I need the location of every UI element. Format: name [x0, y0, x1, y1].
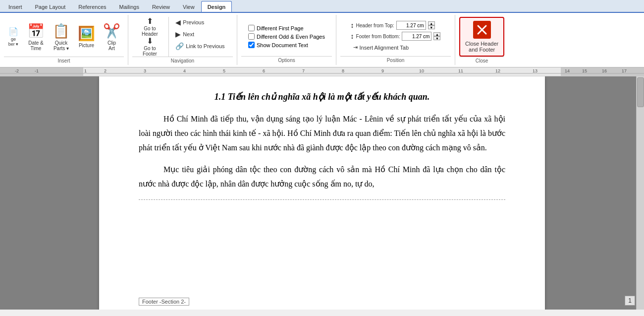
different-first-page-label: Different First Page	[257, 25, 304, 31]
ruler-label-1: 1	[84, 68, 87, 73]
go-to-footer-label: Go toFooter	[143, 46, 157, 57]
ruler-label-13: 13	[533, 68, 537, 73]
tab-review[interactable]: Review	[146, 1, 176, 12]
different-first-page-item[interactable]: Different First Page	[248, 25, 325, 31]
ruler-label-neg2: -2	[15, 68, 19, 73]
footer-from-bottom-row: ↕ Footer from Bottom: ▲ ▼	[351, 32, 441, 41]
close-header-footer-button[interactable]: Close Headerand Footer	[459, 17, 504, 57]
show-document-text-label: Show Document Text	[257, 42, 308, 48]
insert-alignment-icon: ⇥	[353, 44, 358, 51]
tab-bar: Insert Page Layout References Mailings R…	[0, 0, 644, 13]
next-button[interactable]: ▶ Next	[172, 29, 228, 40]
date-time-label: Date & Time	[28, 40, 44, 51]
date-time-button[interactable]: 📅 Date & Time	[24, 17, 48, 57]
picture-icon: 🖼️	[78, 25, 95, 42]
picture-button[interactable]: 🖼️ Picture	[74, 17, 99, 57]
group-insert-label: Insert	[4, 57, 124, 63]
ruler-svg	[0, 67, 644, 76]
different-odd-even-item[interactable]: Different Odd & Even Pages	[248, 33, 325, 40]
footer-bottom-icon: ↕	[351, 32, 354, 40]
group-position-label: Position	[340, 56, 451, 63]
group-navigation-label: Navigation	[132, 57, 233, 63]
ruler: -2 -1 1 2 3 4 5 6 7 8 9 10 11 12 13 14 1…	[0, 67, 644, 76]
header-top-up[interactable]: ▲	[428, 21, 435, 25]
tab-view[interactable]: View	[176, 1, 201, 12]
footer-bottom-spinner: ▲ ▼	[433, 32, 440, 40]
link-to-previous-button[interactable]: 🔗 Link to Previous	[172, 41, 228, 52]
tab-design[interactable]: Design	[201, 1, 232, 12]
previous-label: Previous	[183, 19, 204, 25]
tab-mailings[interactable]: Mailings	[113, 1, 146, 12]
options-items: Different First Page Different Odd & Eve…	[246, 25, 327, 48]
ribbon: 📄 geber ▾ 📅 Date & Time 📋 QuickParts ▾ 🖼…	[0, 13, 644, 67]
nav-items: ◀ Previous ▶ Next 🔗 Link to Previous	[172, 17, 228, 52]
go-to-footer-icon: ⬇	[147, 36, 153, 46]
go-to-footer-button[interactable]: ⬇ Go toFooter	[137, 37, 162, 56]
ruler-label-15: 15	[582, 68, 587, 73]
ruler-label-8: 8	[342, 68, 344, 73]
show-document-text-item[interactable]: Show Document Text	[248, 42, 325, 48]
tab-page-layout[interactable]: Page Layout	[29, 1, 72, 12]
group-options-content: Different First Page Different Odd & Eve…	[246, 17, 327, 56]
previous-button[interactable]: ◀ Previous	[172, 17, 228, 28]
paragraph-1: Hồ Chí Minh đã tiếp thu, vận dụng sáng t…	[139, 112, 505, 155]
go-to-header-icon: ⬆	[147, 16, 153, 26]
position-items: ↕ Header from Top: ▲ ▼ ↕ Footer from Bot…	[349, 21, 443, 52]
different-odd-even-checkbox[interactable]	[248, 33, 255, 40]
picture-label: Picture	[79, 43, 94, 48]
group-close-content: Close Headerand Footer	[459, 17, 504, 57]
tab-insert[interactable]: Insert	[2, 1, 29, 12]
previous-icon: ◀	[175, 18, 181, 26]
next-icon: ▶	[175, 30, 181, 38]
group-insert-content: 📄 geber ▾ 📅 Date & Time 📋 QuickParts ▾ 🖼…	[4, 17, 124, 57]
clip-art-label: ClipArt	[107, 40, 116, 51]
ruler-label-11: 11	[458, 68, 463, 73]
different-odd-even-label: Different Odd & Even Pages	[257, 34, 325, 40]
ruler-label-9: 9	[381, 68, 384, 73]
group-position: ↕ Header from Top: ▲ ▼ ↕ Footer from Bot…	[336, 15, 455, 65]
tab-references[interactable]: References	[72, 1, 112, 12]
clip-art-icon: ✂️	[103, 23, 120, 39]
scrollbar[interactable]	[636, 76, 644, 310]
date-time-icon: 📅	[27, 23, 45, 39]
group-options: Different First Page Different Odd & Eve…	[237, 15, 336, 65]
different-first-page-checkbox[interactable]	[248, 25, 255, 31]
group-insert: 📄 geber ▾ 📅 Date & Time 📋 QuickParts ▾ 🖼…	[0, 15, 128, 65]
footer-bottom-up[interactable]: ▲	[433, 32, 440, 36]
quick-parts-button[interactable]: 📋 QuickParts ▾	[49, 17, 73, 57]
insert-alignment-tab-button[interactable]: ⇥ Insert Alignment Tab	[351, 43, 441, 52]
ruler-label-16: 16	[602, 68, 607, 73]
ruler-label-6: 6	[263, 68, 265, 73]
ruler-label-17: 17	[622, 68, 627, 73]
page-button[interactable]: 📄 geber ▾	[4, 17, 23, 57]
page-label: geber ▾	[8, 37, 19, 47]
ruler-label-10: 10	[419, 68, 424, 73]
footer-bottom-down[interactable]: ▼	[433, 36, 440, 40]
header-top-input[interactable]	[396, 21, 426, 30]
header-top-down[interactable]: ▼	[428, 25, 435, 29]
group-position-content: ↕ Header from Top: ▲ ▼ ↕ Footer from Bot…	[349, 17, 443, 56]
scrollbar-thumb[interactable]	[637, 77, 644, 107]
ruler-label-neg1: -1	[35, 68, 39, 73]
ruler-label-12: 12	[495, 68, 500, 73]
link-icon: 🔗	[175, 42, 184, 50]
ruler-label-2: 2	[104, 68, 107, 73]
ruler-label-4: 4	[183, 68, 186, 73]
footer-bottom-input[interactable]	[402, 32, 431, 41]
header-top-icon: ↕	[351, 21, 354, 29]
page-number: 1	[625, 296, 635, 306]
close-header-footer-label: Close Headerand Footer	[465, 41, 498, 53]
header-top-spinner: ▲ ▼	[428, 21, 435, 29]
go-to-header-button[interactable]: ⬆ Go toHeader	[137, 17, 162, 36]
quick-parts-icon: 📋	[53, 23, 70, 39]
go-to-header-label: Go toHeader	[142, 26, 158, 37]
show-document-text-checkbox[interactable]	[248, 42, 255, 48]
document-area: 1.1 Tiến lên chủ nghĩa xã hội là một tất…	[0, 76, 644, 310]
header-top-label: Header from Top:	[356, 23, 394, 28]
footer-section-label: Footer -Section 2-	[139, 298, 189, 306]
ruler-label-5: 5	[223, 68, 225, 73]
group-close-label: Close	[459, 57, 504, 63]
goto-buttons: ⬆ Go toHeader ⬇ Go toFooter	[137, 17, 162, 56]
ruler-label-3: 3	[144, 68, 146, 73]
clip-art-button[interactable]: ✂️ ClipArt	[100, 17, 124, 57]
